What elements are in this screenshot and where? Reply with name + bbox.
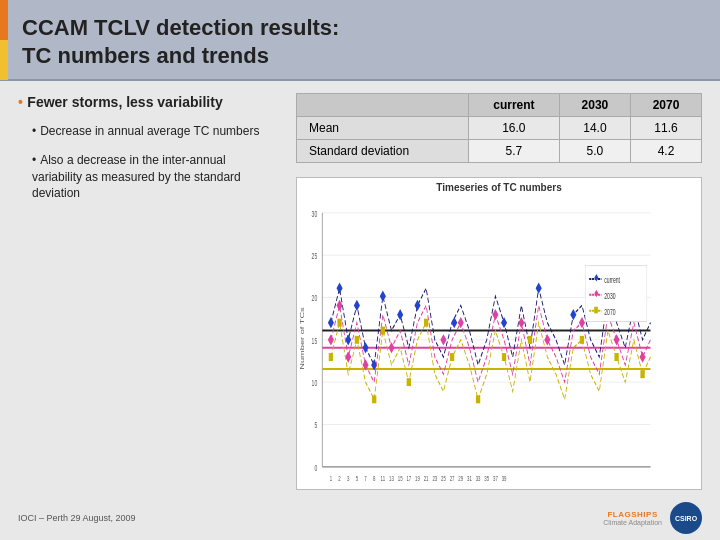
svg-text:15: 15 <box>312 335 318 346</box>
svg-text:21: 21 <box>424 474 429 483</box>
stddev-2030: 5.0 <box>559 140 630 163</box>
mean-2030: 14.0 <box>559 117 630 140</box>
svg-rect-46 <box>614 334 620 345</box>
col-header-current: current <box>468 94 559 117</box>
svg-text:13: 13 <box>389 474 394 483</box>
svg-text:17: 17 <box>406 474 411 483</box>
table-row: Standard deviation 5.7 5.0 4.2 <box>297 140 702 163</box>
svg-rect-29 <box>451 317 457 328</box>
svg-rect-32 <box>570 309 576 320</box>
right-panel: current 2030 2070 Mean 16.0 14.0 11.6 St… <box>296 93 702 490</box>
svg-rect-54 <box>424 319 428 327</box>
svg-text:1: 1 <box>330 474 333 483</box>
svg-text:39: 39 <box>502 474 507 483</box>
row-label-mean: Mean <box>297 117 469 140</box>
svg-text:19: 19 <box>415 474 420 483</box>
svg-text:33: 33 <box>476 474 481 483</box>
svg-rect-58 <box>528 336 532 344</box>
left-panel: • Fewer storms, less variability •Decrea… <box>18 93 278 490</box>
main-bullet: Fewer storms, less variability <box>27 94 222 110</box>
svg-rect-51 <box>372 395 376 403</box>
svg-rect-23 <box>354 300 360 311</box>
svg-rect-42 <box>492 309 498 320</box>
svg-text:27: 27 <box>450 474 455 483</box>
svg-rect-53 <box>407 378 411 386</box>
svg-text:35: 35 <box>484 474 489 483</box>
csiro-logo: CSIRO <box>670 502 702 534</box>
svg-text:29: 29 <box>458 474 463 483</box>
svg-rect-20 <box>328 317 334 328</box>
svg-rect-30 <box>501 317 507 328</box>
logo-flagships: FLAGSHIPS <box>607 510 657 519</box>
col-header-empty <box>297 94 469 117</box>
svg-rect-56 <box>476 395 480 403</box>
chart-title: Timeseries of TC numbers <box>297 182 701 193</box>
svg-text:31: 31 <box>467 474 472 483</box>
svg-text:7: 7 <box>364 474 367 483</box>
sub-bullet-2: •Also a decrease in the inter-annual var… <box>32 152 278 202</box>
stddev-2070: 4.2 <box>630 140 701 163</box>
svg-rect-21 <box>337 283 343 294</box>
svg-text:11: 11 <box>380 474 385 483</box>
content-area: • Fewer storms, less variability •Decrea… <box>0 81 720 498</box>
svg-text:2030: 2030 <box>604 290 615 301</box>
svg-text:37: 37 <box>493 474 498 483</box>
svg-rect-35 <box>328 334 334 345</box>
svg-rect-26 <box>380 291 386 302</box>
page-title: CCAM TCLV detection results: TC numbers … <box>22 14 700 69</box>
svg-text:8: 8 <box>373 474 376 483</box>
svg-text:2070: 2070 <box>604 306 615 317</box>
svg-rect-22 <box>345 334 351 345</box>
logo-adaptation: Climate Adaptation <box>603 519 662 526</box>
svg-rect-40 <box>440 334 446 345</box>
svg-rect-24 <box>362 342 368 353</box>
footer-citation: IOCI – Perth 29 August, 2009 <box>18 513 136 523</box>
svg-rect-45 <box>579 317 585 328</box>
chart-area: Timeseries of TC numbers 30 25 20 15 10 … <box>296 177 702 490</box>
header: CCAM TCLV detection results: TC numbers … <box>0 0 720 81</box>
svg-text:30: 30 <box>312 208 318 219</box>
svg-rect-31 <box>536 283 542 294</box>
svg-rect-27 <box>397 309 403 320</box>
svg-rect-50 <box>355 336 359 344</box>
footer: IOCI – Perth 29 August, 2009 FLAGSHIPS C… <box>0 498 720 540</box>
svg-rect-55 <box>450 353 454 361</box>
chart-svg: 30 25 20 15 10 5 0 Number of TCs <box>297 193 701 484</box>
slide: CCAM TCLV detection results: TC numbers … <box>0 0 720 540</box>
table-row: Mean 16.0 14.0 11.6 <box>297 117 702 140</box>
svg-text:20: 20 <box>312 293 318 304</box>
svg-rect-92 <box>594 307 598 314</box>
svg-text:3: 3 <box>347 474 350 483</box>
svg-text:15: 15 <box>398 474 403 483</box>
mean-2070: 11.6 <box>630 117 701 140</box>
svg-text:25: 25 <box>441 474 446 483</box>
svg-text:5: 5 <box>356 474 359 483</box>
svg-rect-57 <box>502 353 506 361</box>
svg-text:0: 0 <box>314 462 317 473</box>
svg-text:5: 5 <box>314 420 317 431</box>
svg-rect-37 <box>345 351 351 362</box>
sub-bullet-1: •Decrease in annual average TC numbers <box>32 123 278 140</box>
col-header-2030: 2030 <box>559 94 630 117</box>
stats-table: current 2030 2070 Mean 16.0 14.0 11.6 St… <box>296 93 702 163</box>
svg-rect-49 <box>337 319 341 327</box>
row-label-stddev: Standard deviation <box>297 140 469 163</box>
svg-text:2: 2 <box>338 474 341 483</box>
svg-rect-48 <box>329 353 333 361</box>
svg-rect-52 <box>381 327 385 335</box>
accent-bar <box>0 0 8 80</box>
col-header-2070: 2070 <box>630 94 701 117</box>
mean-current: 16.0 <box>468 117 559 140</box>
svg-text:25: 25 <box>312 250 318 261</box>
logo-area: FLAGSHIPS Climate Adaptation CSIRO <box>603 502 702 534</box>
svg-text:23: 23 <box>432 474 437 483</box>
svg-text:Number of TCs: Number of TCs <box>299 307 305 370</box>
svg-rect-59 <box>580 336 584 344</box>
svg-text:current: current <box>604 274 620 285</box>
svg-rect-61 <box>640 370 644 378</box>
svg-text:10: 10 <box>312 377 318 388</box>
svg-rect-60 <box>614 353 618 361</box>
chart-inner: 30 25 20 15 10 5 0 Number of TCs <box>297 193 701 484</box>
stddev-current: 5.7 <box>468 140 559 163</box>
